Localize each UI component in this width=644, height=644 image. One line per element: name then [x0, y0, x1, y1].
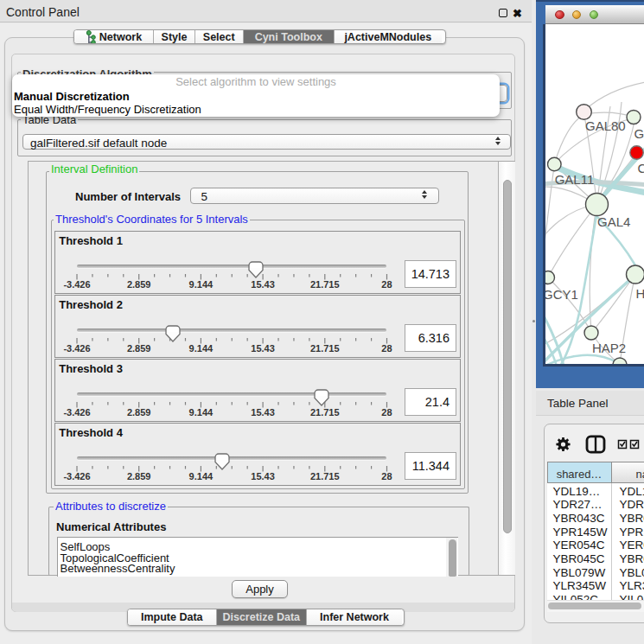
svg-text:GAL11: GAL11 — [555, 172, 595, 187]
svg-text:CY: CY — [638, 161, 644, 175]
svg-text:GAL80: GAL80 — [585, 118, 626, 133]
svg-text:GA: GA — [634, 126, 644, 141]
svg-text:GCY1: GCY1 — [545, 287, 578, 302]
svg-text:GAL4: GAL4 — [597, 214, 630, 229]
svg-text:HA: HA — [636, 286, 644, 301]
svg-text:HAP2: HAP2 — [592, 341, 626, 355]
